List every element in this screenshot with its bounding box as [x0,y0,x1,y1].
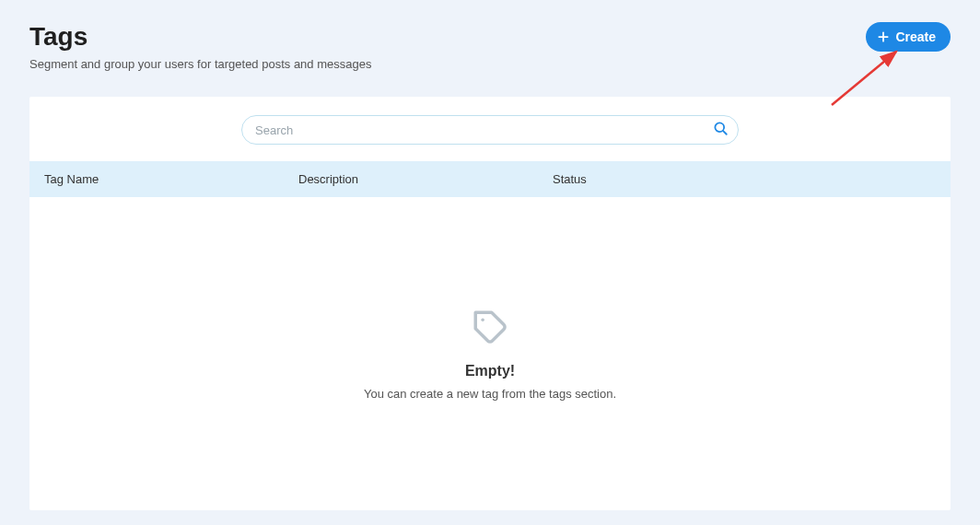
create-button-label: Create [895,29,936,44]
empty-message: You can create a new tag from the tags s… [364,387,616,401]
table-header: Tag Name Description Status [29,161,951,197]
create-button[interactable]: Create [866,22,951,52]
col-header-name: Tag Name [44,172,298,186]
svg-line-3 [723,131,727,134]
empty-state: Empty! You can create a new tag from the… [29,197,951,510]
tags-card: Tag Name Description Status Empty! You c… [29,97,951,510]
col-header-description: Description [298,172,553,186]
empty-title: Empty! [465,363,515,379]
svg-point-4 [481,318,484,321]
page-title: Tags [29,22,371,52]
page-subtitle: Segment and group your users for targete… [29,57,371,71]
search-box[interactable] [241,115,739,145]
search-icon[interactable] [712,120,729,140]
tag-icon [471,308,509,350]
col-header-status: Status [553,172,936,186]
plus-icon [877,30,890,43]
search-input[interactable] [255,123,712,137]
